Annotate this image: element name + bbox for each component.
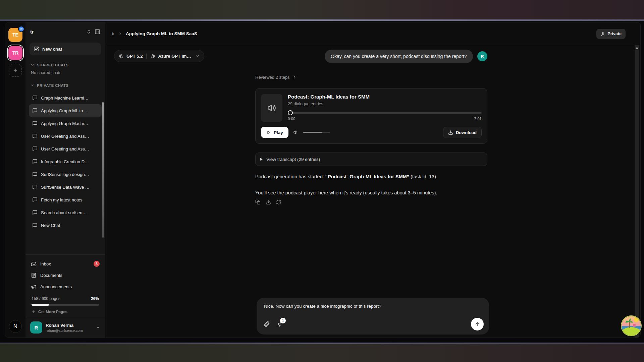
- chat-bubble-icon: [32, 133, 38, 139]
- assistant-status-message: Podcast generation has started: “Podcast…: [255, 174, 487, 179]
- play-button[interactable]: Play: [261, 127, 288, 138]
- main-scrollbar[interactable]: [635, 45, 639, 338]
- scroll-up-arrow[interactable]: [635, 47, 639, 49]
- sidebar-chat-item[interactable]: Applying Graph Machi…: [29, 117, 102, 130]
- shared-chats-empty-text: No shared chats: [25, 69, 105, 77]
- triangle-right-icon: [260, 158, 263, 161]
- send-button[interactable]: [471, 318, 484, 330]
- usage-percent: 26%: [91, 296, 99, 301]
- private-chats-label: PRIVATE CHATS: [37, 83, 69, 87]
- private-chats-section-toggle[interactable]: PRIVATE CHATS: [25, 77, 105, 89]
- sidebar-item-inbox[interactable]: Inbox 3: [30, 258, 101, 269]
- sidebar-item-documents[interactable]: Documents: [30, 269, 101, 281]
- chat-bubble-icon: [32, 108, 38, 113]
- model-dropdown-chevron[interactable]: [195, 54, 200, 58]
- workspace-te[interactable]: TE: [8, 28, 22, 42]
- sidebar-chat-item[interactable]: Fetch my latest notes: [29, 193, 102, 206]
- desktop-wallpaper-top: [0, 0, 644, 19]
- chat-bubble-icon: [32, 197, 38, 202]
- usage-pages-text: 158 / 600 pages: [32, 296, 60, 301]
- shared-chats-label: SHARED CHATS: [37, 63, 69, 67]
- sidebar-item-announcements[interactable]: Announcements: [30, 281, 101, 292]
- podcast-player-card: Podcast: Graph-ML Ideas for SMM 29 dialo…: [255, 88, 487, 144]
- message-composer[interactable]: Nice. Now can you create a nice infograp…: [257, 298, 489, 335]
- user-name: Rohan Verma: [46, 323, 83, 328]
- sidebar-chat-item[interactable]: Graph Machine Learni…: [29, 92, 102, 104]
- volume-slider[interactable]: [303, 132, 330, 133]
- podcast-seek-slider[interactable]: [288, 110, 482, 116]
- volume-icon[interactable]: [293, 130, 299, 135]
- chat-item-label: User Greeting and Ass…: [41, 146, 89, 152]
- collapse-sidebar-button[interactable]: [95, 29, 100, 35]
- chat-item-label: SurfSense logo design…: [41, 172, 89, 177]
- breadcrumb-chat-title: Applying Graph ML to SMM SaaS: [126, 31, 197, 36]
- connectors-count-badge: 1: [280, 318, 286, 323]
- sidebar-chat-item[interactable]: User Greeting and Ass…: [29, 130, 102, 142]
- reviewed-steps-toggle[interactable]: Reviewed 2 steps: [255, 75, 297, 80]
- plus-icon: [32, 310, 36, 314]
- arrow-up-icon: [475, 321, 480, 327]
- user-message-avatar: R: [477, 51, 487, 61]
- sidebar-chat-item[interactable]: Infographic Creation D…: [29, 155, 102, 168]
- regenerate-button[interactable]: [276, 199, 281, 205]
- download-response-button[interactable]: [266, 199, 271, 205]
- podcast-thumbnail: [261, 94, 282, 122]
- chat-bubble-icon: [32, 146, 38, 152]
- download-button[interactable]: Download: [443, 127, 482, 138]
- workspace-tr-active[interactable]: TR: [8, 46, 22, 60]
- sidebar-chat-item[interactable]: New Chat: [29, 219, 102, 232]
- get-more-pages-label: Get More Pages: [38, 310, 67, 314]
- sidebar-chat-item[interactable]: Search about surfsen…: [29, 206, 102, 219]
- volume-fill: [303, 132, 323, 133]
- chevron-down-icon: [30, 63, 35, 67]
- seek-handle[interactable]: [288, 110, 293, 115]
- announcements-label: Announcements: [40, 284, 72, 289]
- sidebar-footer: Inbox 3 Documents Announcements 158 / 60…: [25, 254, 105, 338]
- play-label: Play: [274, 130, 283, 135]
- model-primary-button[interactable]: GPT 5.2: [119, 54, 143, 59]
- desktop-wallpaper-bottom: [0, 344, 644, 362]
- composer-input[interactable]: Nice. Now can you create a nice infograp…: [264, 304, 482, 309]
- model-secondary-button[interactable]: Azure GPT Im…: [150, 54, 191, 59]
- sidebar-chat-item-active[interactable]: Applying Graph ML to …: [29, 104, 102, 117]
- chevron-up-icon: [96, 325, 100, 330]
- privacy-label: Private: [607, 32, 622, 36]
- island-extension-badge[interactable]: [622, 316, 641, 336]
- app-logo[interactable]: N: [9, 320, 22, 333]
- workspace-rail: TE TR N: [5, 22, 25, 338]
- get-more-pages-button[interactable]: Get More Pages: [30, 306, 69, 316]
- privacy-toggle-button[interactable]: Private: [596, 29, 626, 39]
- play-icon: [266, 130, 271, 135]
- usage-progress-bar: [32, 304, 99, 306]
- sidebar-chat-item[interactable]: SurfSense logo design…: [29, 168, 102, 181]
- podcast-entries-count: 29 dialogue entries: [288, 102, 482, 106]
- shared-users-badge: [18, 26, 24, 32]
- copy-button[interactable]: [255, 199, 261, 205]
- usage-progress-fill: [32, 304, 49, 306]
- workspace-tr-initials: TR: [12, 50, 19, 56]
- usage-meter: 158 / 600 pages 26%: [30, 292, 101, 306]
- attach-file-button[interactable]: [264, 321, 270, 327]
- chat-bubble-icon: [32, 223, 38, 228]
- breadcrumb-workspace[interactable]: tr: [112, 31, 115, 36]
- message-actions: [255, 199, 281, 205]
- add-workspace-button[interactable]: [9, 64, 22, 77]
- new-chat-button[interactable]: New chat: [30, 43, 101, 55]
- chat-item-label: New Chat: [41, 223, 60, 228]
- view-transcript-label: View transcript (29 entries): [266, 157, 320, 162]
- openai-logo-icon: [150, 54, 155, 59]
- workspace-switcher-button[interactable]: [86, 29, 91, 34]
- chevron-right-icon: [118, 32, 122, 36]
- user-menu[interactable]: R Rohan Verma rohan@surfsense.com: [25, 318, 105, 338]
- model-secondary-label: Azure GPT Im…: [158, 54, 191, 59]
- view-transcript-toggle[interactable]: View transcript (29 entries): [255, 153, 487, 166]
- app-logo-letter: N: [13, 323, 17, 330]
- sidebar-scrollbar[interactable]: [102, 102, 104, 238]
- sidebar-header: tr: [25, 22, 105, 41]
- download-icon: [448, 130, 453, 135]
- sidebar-chat-item[interactable]: User Greeting and Ass…: [29, 142, 102, 155]
- connectors-button[interactable]: 1: [277, 321, 283, 327]
- shared-chats-section-toggle[interactable]: SHARED CHATS: [25, 57, 105, 69]
- sidebar-chat-item[interactable]: SurfSense Data Wave …: [29, 181, 102, 193]
- podcast-current-time: 0:00: [288, 117, 295, 121]
